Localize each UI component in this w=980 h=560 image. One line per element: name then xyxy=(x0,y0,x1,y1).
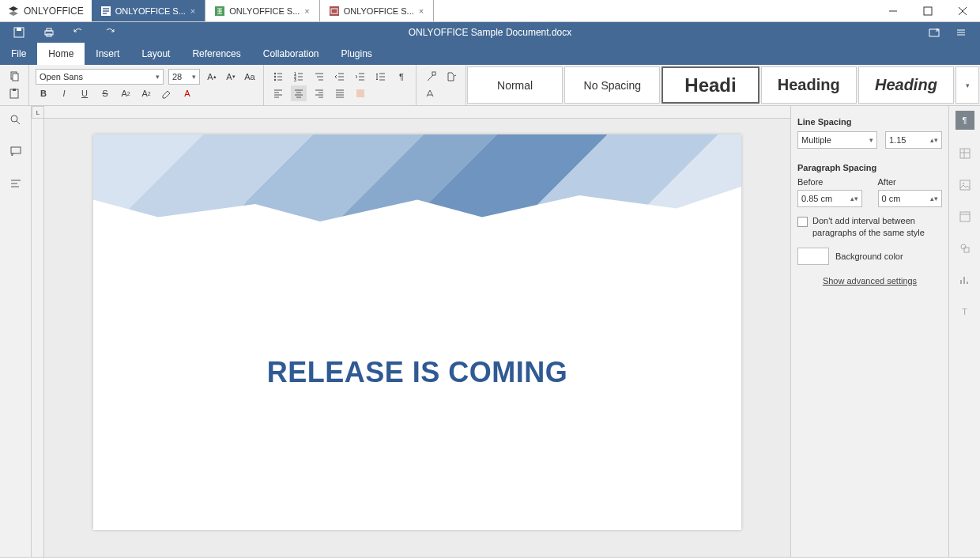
undo-icon[interactable] xyxy=(71,25,87,40)
styles-more[interactable]: ▾ xyxy=(956,66,979,104)
app-tab-slide[interactable]: ONLYOFFICE S... × xyxy=(320,0,434,21)
close-icon[interactable]: × xyxy=(304,6,309,16)
svg-rect-24 xyxy=(356,89,364,97)
style-heading3[interactable]: Heading xyxy=(858,66,954,104)
increase-size-icon[interactable]: A▴ xyxy=(205,69,219,85)
redo-icon[interactable] xyxy=(101,25,117,40)
close-button[interactable] xyxy=(945,0,980,21)
line-spacing-value[interactable]: 1.15▴▾ xyxy=(885,131,942,149)
superscript-icon[interactable]: A2 xyxy=(118,85,134,101)
maximize-button[interactable] xyxy=(910,0,945,21)
comments-icon[interactable] xyxy=(8,144,24,160)
menu-plugins[interactable]: Plugins xyxy=(330,43,383,65)
close-icon[interactable]: × xyxy=(419,6,424,16)
menu-references[interactable]: References xyxy=(181,43,251,65)
minimize-button[interactable] xyxy=(876,0,910,21)
multilevel-icon[interactable] xyxy=(311,69,327,85)
app-tab-sheet[interactable]: ONLYOFFICE S... × xyxy=(205,0,319,21)
paragraph-settings-icon[interactable]: ¶ xyxy=(956,111,974,130)
nonprinting-icon[interactable]: ¶ xyxy=(394,69,409,85)
style-heading2[interactable]: Heading xyxy=(761,66,857,104)
chart-settings-icon[interactable] xyxy=(957,272,973,288)
open-location-icon[interactable] xyxy=(926,25,942,40)
close-icon[interactable]: × xyxy=(190,6,195,16)
svg-point-18 xyxy=(274,73,276,74)
style-heading1[interactable]: Headi xyxy=(662,66,759,104)
svg-rect-9 xyxy=(17,28,21,31)
copy-icon[interactable] xyxy=(6,69,22,85)
shape-settings-icon[interactable] xyxy=(957,240,973,256)
svg-rect-29 xyxy=(960,149,970,158)
menu-layout[interactable]: Layout xyxy=(130,43,181,65)
paragraph-spacing-label: Paragraph Spacing xyxy=(797,163,942,172)
shading-icon[interactable] xyxy=(352,85,368,101)
menu-home[interactable]: Home xyxy=(37,43,85,65)
italic-icon[interactable]: I xyxy=(56,85,72,101)
align-right-icon[interactable] xyxy=(311,85,327,101)
table-settings-icon[interactable] xyxy=(957,146,973,161)
select-all-icon[interactable] xyxy=(423,85,439,101)
decrease-indent-icon[interactable] xyxy=(332,69,348,85)
line-spacing-mode[interactable]: Multiple▾ xyxy=(797,131,877,149)
text-art-icon[interactable]: T xyxy=(957,304,973,320)
subscript-icon[interactable]: A2 xyxy=(138,85,154,101)
style-no-spacing[interactable]: No Spacing xyxy=(564,66,660,104)
brand-icon xyxy=(8,6,19,17)
menu-collaboration[interactable]: Collaboration xyxy=(252,43,330,65)
right-tool-panel: ¶ T xyxy=(948,106,980,557)
spacing-before[interactable]: 0.85 cm▴▾ xyxy=(797,190,862,207)
menu-bar: File Home Insert Layout References Colla… xyxy=(0,43,980,65)
page[interactable]: RELEASE IS COMING xyxy=(93,134,741,530)
align-justify-icon[interactable] xyxy=(332,85,348,101)
print-icon[interactable] xyxy=(41,25,57,40)
paste-icon[interactable] xyxy=(6,85,22,101)
font-name-select[interactable]: Open Sans▾ xyxy=(36,69,164,85)
menu-insert[interactable]: Insert xyxy=(85,43,130,65)
increase-indent-icon[interactable] xyxy=(352,69,368,85)
strikethrough-icon[interactable]: S xyxy=(97,85,113,101)
ruler-corner: L xyxy=(32,106,44,119)
before-label: Before xyxy=(797,177,862,187)
svg-text:3: 3 xyxy=(294,78,296,82)
underline-icon[interactable]: U xyxy=(77,85,92,101)
line-spacing-icon[interactable] xyxy=(373,69,389,85)
doc-icon xyxy=(101,6,111,16)
clear-style-icon[interactable] xyxy=(423,69,439,85)
svg-point-34 xyxy=(961,244,966,249)
svg-rect-28 xyxy=(11,147,21,153)
header-footer-icon[interactable] xyxy=(957,209,973,225)
menu-file[interactable]: File xyxy=(0,43,37,65)
view-settings-icon[interactable] xyxy=(953,25,969,40)
change-case-icon[interactable]: Aa xyxy=(243,69,257,85)
bullets-icon[interactable] xyxy=(270,69,286,85)
search-icon[interactable] xyxy=(8,112,24,128)
font-size-select[interactable]: 28▾ xyxy=(168,69,200,85)
background-color-swatch[interactable] xyxy=(797,248,829,265)
numbering-icon[interactable]: 123 xyxy=(291,69,307,85)
style-normal[interactable]: Normal xyxy=(467,66,563,104)
spacing-after[interactable]: 0 cm▴▾ xyxy=(878,190,943,207)
bold-icon[interactable]: B xyxy=(36,85,51,101)
image-settings-icon[interactable] xyxy=(957,177,973,193)
copy-style-icon[interactable] xyxy=(443,69,459,85)
horizontal-ruler[interactable] xyxy=(44,106,790,119)
vertical-ruler[interactable] xyxy=(32,119,44,557)
align-center-icon[interactable] xyxy=(291,85,307,101)
advanced-settings-link[interactable]: Show advanced settings xyxy=(797,276,942,286)
app-tab-label: ONLYOFFICE S... xyxy=(115,6,186,16)
page-heading[interactable]: RELEASE IS COMING xyxy=(141,356,694,389)
highlight-color-icon[interactable] xyxy=(159,85,175,101)
canvas[interactable]: RELEASE IS COMING xyxy=(44,119,790,557)
svg-point-26 xyxy=(11,115,17,122)
decrease-size-icon[interactable]: A▾ xyxy=(224,69,238,85)
line-spacing-label: Line Spacing xyxy=(797,117,942,127)
font-group: Open Sans▾ 28▾ A▴ A▾ Aa B I U S A2 A2 A xyxy=(29,65,264,105)
svg-marker-0 xyxy=(9,6,18,11)
no-interval-checkbox[interactable] xyxy=(797,217,808,227)
navigation-icon[interactable] xyxy=(8,176,24,191)
app-tab-doc[interactable]: ONLYOFFICE S... × xyxy=(92,0,205,21)
align-left-icon[interactable] xyxy=(270,85,286,101)
paragraph-group: 123 ¶ xyxy=(264,65,416,105)
font-color-icon[interactable]: A xyxy=(179,85,195,101)
save-icon[interactable] xyxy=(11,25,27,40)
